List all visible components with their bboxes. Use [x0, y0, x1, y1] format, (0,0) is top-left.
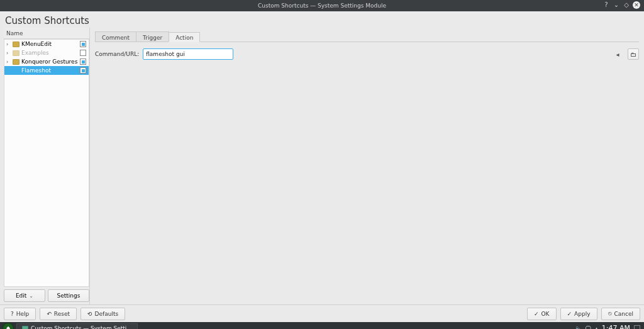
help-icon: ? — [11, 311, 14, 317]
tree-item-label: KMenuEdit — [21, 41, 78, 47]
check-icon: ✓ — [567, 311, 572, 317]
command-label: Command/URL: — [95, 51, 139, 57]
check-icon: ✓ — [534, 311, 539, 317]
tree-item-label: Konqueror Gestures — [21, 59, 78, 65]
page-title: Custom Shortcuts — [0, 11, 644, 28]
ok-button[interactable]: ✓OK — [527, 308, 557, 320]
settings-button-label: Settings — [57, 293, 80, 299]
folder-open-icon: 🗀 — [630, 51, 636, 58]
maximize-icon[interactable]: ◇ — [623, 1, 630, 9]
tree-item-examples[interactable]: › Examples — [4, 48, 89, 57]
close-icon[interactable]: ✕ — [633, 1, 640, 9]
checkbox[interactable] — [80, 67, 86, 74]
chevron-right-icon[interactable]: › — [6, 42, 11, 47]
help-button[interactable]: ?Help — [4, 308, 36, 320]
show-desktop-icon[interactable] — [634, 325, 640, 330]
checkbox[interactable] — [80, 41, 86, 47]
command-input-wrap: ◂ — [143, 48, 624, 60]
up-icon[interactable]: ▴ — [595, 325, 598, 330]
chevron-right-icon[interactable]: › — [6, 59, 11, 65]
cancel-button[interactable]: ⦸Cancel — [601, 308, 641, 320]
dialog-footer: ?Help ↶Reset ⟲Defaults ✓OK ✓Apply ⦸Cance… — [0, 304, 644, 322]
checkbox[interactable] — [80, 50, 86, 56]
clock[interactable]: 1:47 AM — [602, 324, 630, 329]
window-controls: ? ⌄ ◇ ✕ — [602, 1, 640, 9]
taskbar: ◆ Custom Shortcuts — System Setti... 🔈 🖵… — [0, 322, 644, 329]
volume-icon[interactable]: 🔈 — [575, 325, 582, 330]
cancel-icon: ⦸ — [608, 310, 612, 317]
detail-panel: Comment Trigger Action Command/URL: ◂ 🗀 — [90, 28, 644, 304]
edit-button-label: Edit — [16, 293, 26, 299]
start-menu-icon[interactable]: ◆ — [3, 323, 14, 330]
tab-action[interactable]: Action — [169, 32, 200, 42]
tab-trigger[interactable]: Trigger — [136, 31, 169, 42]
tree-item-label: Flameshot — [13, 67, 78, 74]
apply-button[interactable]: ✓Apply — [560, 308, 597, 320]
sidebar-buttons: Edit ⌄ Settings — [4, 287, 89, 304]
checkbox[interactable] — [80, 59, 86, 65]
detail-tabs: Comment Trigger Action — [95, 31, 639, 42]
window-titlebar: Custom Shortcuts — System Settings Modul… — [0, 0, 644, 11]
reset-button[interactable]: ↶Reset — [40, 308, 77, 320]
browse-button[interactable]: 🗀 — [628, 48, 639, 60]
system-tray: 🔈 🖵 ▴ 1:47 AM — [575, 324, 644, 329]
tree-item-konqueror-gestures[interactable]: › Konqueror Gestures — [4, 57, 89, 66]
tree-header[interactable]: Name — [4, 28, 89, 39]
clear-icon[interactable]: ◂ — [613, 50, 622, 59]
refresh-icon: ⟲ — [87, 311, 92, 317]
taskbar-task[interactable]: Custom Shortcuts — System Setti... — [16, 323, 138, 330]
edit-button[interactable]: Edit ⌄ — [4, 289, 45, 302]
sidebar: Name › KMenuEdit › Examples › Konqueror … — [4, 28, 90, 304]
command-row: Command/URL: ◂ 🗀 — [95, 48, 639, 60]
undo-icon: ↶ — [47, 311, 52, 317]
command-input[interactable] — [143, 48, 233, 60]
settings-button[interactable]: Settings — [48, 289, 89, 302]
minimize-icon[interactable]: ⌄ — [613, 1, 620, 9]
tree-item-kmenuedit[interactable]: › KMenuEdit — [4, 40, 89, 48]
display-icon[interactable]: 🖵 — [586, 325, 591, 330]
window-title: Custom Shortcuts — System Settings Modul… — [258, 3, 386, 9]
defaults-button[interactable]: ⟲Defaults — [80, 308, 125, 320]
folder-icon — [13, 50, 19, 56]
tab-comment[interactable]: Comment — [95, 31, 136, 42]
chevron-down-icon: ⌄ — [29, 293, 33, 299]
tree-item-label: Examples — [21, 50, 78, 56]
chevron-right-icon[interactable]: › — [6, 50, 11, 56]
window-icon — [22, 326, 28, 330]
folder-icon — [13, 59, 19, 65]
tree-item-flameshot[interactable]: Flameshot — [4, 66, 89, 75]
folder-icon — [13, 42, 19, 47]
help-icon[interactable]: ? — [602, 1, 610, 9]
main-area: Name › KMenuEdit › Examples › Konqueror … — [0, 28, 644, 304]
shortcut-tree[interactable]: › KMenuEdit › Examples › Konqueror Gestu… — [4, 39, 89, 287]
taskbar-task-label: Custom Shortcuts — System Setti... — [31, 325, 132, 330]
